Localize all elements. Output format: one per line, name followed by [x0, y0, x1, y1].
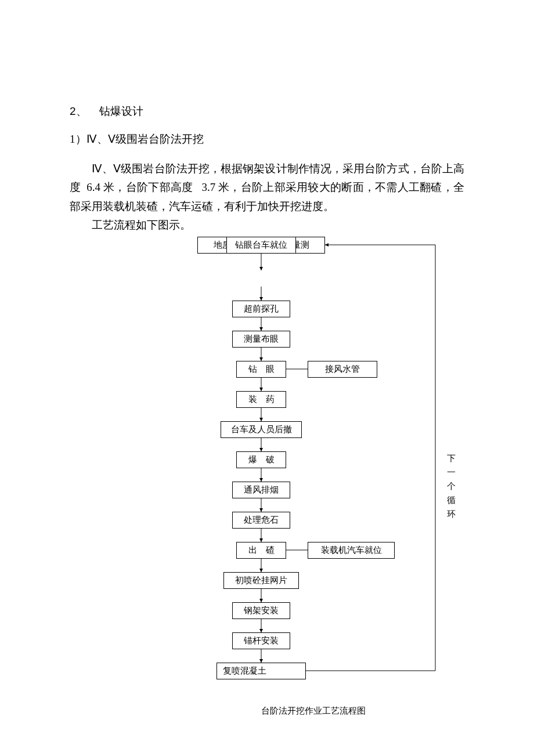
flow-box-8: 爆 破	[236, 451, 286, 468]
flow-caption: 台阶法开挖作业工艺流程图	[134, 706, 493, 717]
flow-box-6: 装 药	[236, 391, 286, 408]
flow-lines	[134, 237, 493, 718]
flow-box-10: 处理危石	[232, 512, 290, 529]
flow-box-11: 出 碴	[236, 542, 286, 559]
heading-num: 2、	[70, 105, 87, 117]
loop-label: 下一个循环	[447, 451, 456, 521]
flow-side-box-2: 装载机汽车就位	[308, 542, 395, 559]
heading-2: 1）Ⅳ、Ⅴ级围岩台阶法开挖	[70, 132, 464, 147]
flow-box-4: 测量布眼	[232, 331, 290, 348]
flow-box-14: 锚杆安装	[232, 632, 290, 649]
heading-1: 2、 钻爆设计	[70, 104, 464, 119]
flow-box-12: 初喷砼挂网片	[223, 572, 299, 589]
flow-box-9: 通风排烟	[232, 482, 290, 498]
paragraph-2: 工艺流程如下图示。	[70, 216, 464, 234]
flow-side-box-1: 接风水管	[308, 361, 377, 378]
flow-box-3: 超前探孔	[232, 301, 290, 317]
loop-label-text: 下一个循环	[447, 454, 456, 519]
para1-b: 6.4 米，台阶下部高度	[86, 181, 193, 193]
heading-title: 钻爆设计	[99, 105, 143, 117]
flow-box-7: 台车及人员后撤	[221, 421, 302, 438]
flow-box-5: 钻 眼	[236, 361, 286, 378]
flow-box-2: 钻眼台车就位	[226, 237, 296, 254]
page: 2、 钻爆设计 1）Ⅳ、Ⅴ级围岩台阶法开挖 Ⅳ、Ⅴ级围岩台阶法开挖，根据钢架设计…	[0, 0, 534, 756]
flowchart: 地质超前预报、监控量测 钻眼台车就位 超前探孔 测量布眼 钻 眼 装 药 台车及…	[134, 237, 493, 718]
flow-box-13: 钢架安装	[232, 602, 290, 619]
flow-box-15: 复喷混凝土	[217, 663, 306, 679]
paragraph-1: Ⅳ、Ⅴ级围岩台阶法开挖，根据钢架设计制作情况，采用台阶方式，台阶上高度 6.4 …	[70, 160, 464, 216]
